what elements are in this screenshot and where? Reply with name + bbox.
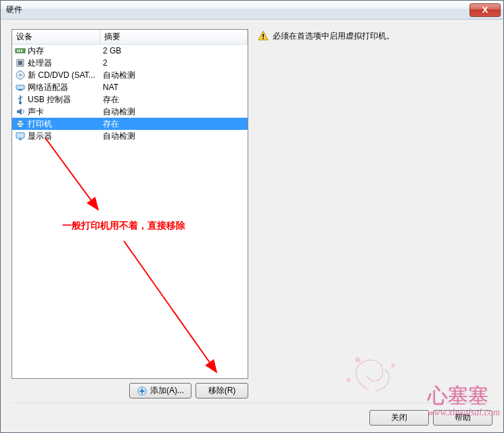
device-summary: 自动检测 (100, 131, 248, 142)
device-row[interactable]: USB 控制器存在 (12, 93, 248, 106)
help-button[interactable]: 帮助 (433, 410, 492, 426)
device-summary: 存在 (100, 94, 248, 106)
svg-rect-17 (262, 34, 264, 37)
remove-button-label: 移除(R) (208, 385, 236, 396)
device-name: 声卡 (28, 106, 44, 118)
sound-icon (15, 106, 26, 117)
svg-rect-8 (16, 85, 24, 89)
window-title: 硬件 (6, 4, 469, 16)
svg-rect-3 (21, 49, 22, 52)
device-row[interactable]: 新 CD/DVD (SAT...自动检测 (12, 69, 248, 81)
network-icon (15, 82, 26, 93)
device-row[interactable]: 打印机存在 (12, 118, 248, 130)
remove-button[interactable]: 移除(R) (196, 383, 248, 398)
dialog-close-button[interactable]: 关闭 (369, 410, 429, 426)
titlebar: 硬件 X (1, 1, 503, 20)
device-row[interactable]: 显示器自动检测 (12, 130, 248, 142)
svg-point-7 (20, 74, 22, 76)
device-summary: 存在 (100, 118, 248, 130)
cdrom-icon (15, 70, 26, 81)
display-icon (15, 131, 26, 141)
svg-rect-18 (262, 38, 264, 39)
device-row[interactable]: 内存2 GB (12, 45, 248, 57)
svg-rect-13 (18, 125, 22, 127)
device-list-header: 设备 摘要 (12, 30, 248, 45)
device-summary: 自动检测 (100, 70, 248, 81)
device-name: USB 控制器 (28, 94, 71, 106)
svg-rect-9 (18, 89, 22, 91)
column-device[interactable]: 设备 (12, 30, 100, 44)
svg-rect-12 (18, 120, 22, 122)
svg-rect-15 (19, 139, 22, 140)
printer-icon (15, 118, 26, 129)
dialog-close-label: 关闭 (391, 412, 407, 424)
svg-rect-1 (17, 49, 18, 52)
device-row[interactable]: 处理器2 (12, 57, 248, 69)
close-icon: X (482, 5, 488, 15)
device-name: 内存 (28, 45, 44, 57)
device-summary: NAT (100, 83, 248, 92)
warning-text: 必须在首选项中启用虚拟打印机。 (273, 30, 394, 42)
device-row[interactable]: 声卡自动检测 (12, 106, 248, 118)
device-name: 显示器 (28, 131, 52, 142)
warning-message: 必须在首选项中启用虚拟打印机。 (258, 30, 492, 42)
warning-icon (258, 30, 269, 41)
close-button[interactable]: X (469, 3, 501, 17)
svg-rect-5 (18, 61, 22, 65)
svg-rect-2 (19, 49, 20, 52)
column-summary[interactable]: 摘要 (100, 30, 248, 44)
add-button[interactable]: 添加(A)... (129, 383, 191, 398)
help-label: 帮助 (455, 412, 471, 424)
device-summary: 2 (100, 58, 248, 68)
add-button-label: 添加(A)... (150, 385, 184, 396)
device-name: 网络适配器 (28, 82, 68, 93)
usb-icon (15, 94, 26, 105)
svg-point-10 (19, 101, 22, 104)
device-list[interactable]: 设备 摘要 内存2 GB处理器2新 CD/DVD (SAT...自动检测网络适配… (12, 29, 248, 379)
memory-icon (15, 45, 26, 56)
cpu-icon (15, 58, 26, 68)
device-summary: 自动检测 (100, 106, 248, 118)
device-summary: 2 GB (100, 46, 248, 55)
device-name: 处理器 (28, 58, 52, 69)
svg-rect-14 (16, 133, 24, 138)
device-name: 新 CD/DVD (SAT... (28, 70, 95, 81)
device-row[interactable]: 网络适配器NAT (12, 81, 248, 93)
add-icon (137, 386, 147, 396)
device-name: 打印机 (28, 118, 52, 130)
